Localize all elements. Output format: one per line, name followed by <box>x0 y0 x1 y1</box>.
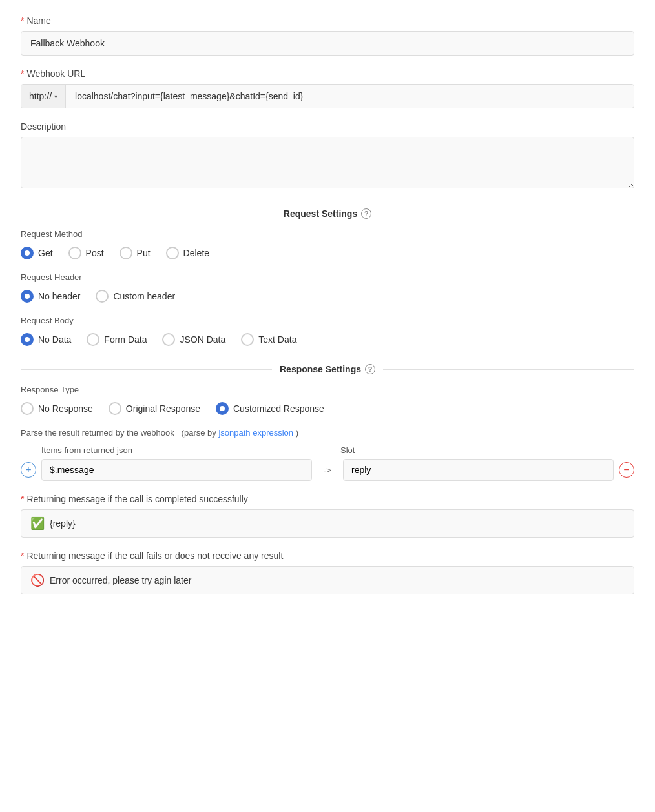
returning-fail-required: * <box>21 551 24 561</box>
parse-by-text: (parse by <box>182 428 216 438</box>
request-body-group: No Data Form Data JSON Data Text Data <box>21 333 634 346</box>
remove-col-spacer <box>614 445 634 455</box>
returning-success-label: * Returning message if the call is compl… <box>21 494 634 504</box>
method-put-radio[interactable] <box>120 247 132 259</box>
method-delete-label: Delete <box>183 248 209 258</box>
name-input[interactable] <box>21 31 634 56</box>
chevron-down-icon: ▾ <box>54 93 57 100</box>
body-json-data[interactable]: JSON Data <box>162 333 225 346</box>
response-type-section: Response Type No Response Original Respo… <box>21 385 634 415</box>
url-protocol-text: http:// <box>29 91 52 101</box>
response-original-label: Original Response <box>126 403 200 414</box>
response-type-label: Response Type <box>21 385 634 394</box>
items-from-json-header: Items from returned json <box>41 445 309 455</box>
body-json-data-radio[interactable] <box>162 333 175 346</box>
response-customized[interactable]: Customized Response <box>216 402 324 415</box>
body-form-data-label: Form Data <box>104 334 147 345</box>
response-no-response[interactable]: No Response <box>21 402 93 415</box>
request-settings-title: Request Settings ? <box>276 208 379 219</box>
body-form-data-radio[interactable] <box>87 333 99 346</box>
response-original[interactable]: Original Response <box>109 402 200 415</box>
jsonpath-link[interactable]: jsonpath expression <box>218 428 293 438</box>
parse-link-suffix: ) <box>296 428 298 438</box>
response-no-response-radio[interactable] <box>21 402 34 415</box>
header-no-header-radio[interactable] <box>21 290 34 303</box>
description-label: Description <box>21 121 634 132</box>
body-text-data[interactable]: Text Data <box>241 333 296 346</box>
header-no-header-label: No header <box>38 291 80 301</box>
header-custom-radio[interactable] <box>96 290 109 303</box>
webhook-url-label-text: Webhook URL <box>26 68 85 79</box>
response-original-radio[interactable] <box>109 402 121 415</box>
method-put[interactable]: Put <box>120 247 151 259</box>
returning-fail-field: 🚫 <box>21 566 634 594</box>
description-input[interactable] <box>21 137 634 188</box>
returning-fail-input[interactable] <box>50 575 625 585</box>
description-label-text: Description <box>21 121 66 132</box>
request-header-section: Request Header No header Custom header <box>21 272 634 303</box>
response-customized-radio[interactable] <box>216 402 229 415</box>
parse-description: Parse the result returned by the webhook… <box>21 428 634 438</box>
request-method-section: Request Method Get Post Put Delete <box>21 229 634 259</box>
name-required-star: * <box>21 15 24 26</box>
description-section: Description <box>21 121 634 190</box>
json-slot-input[interactable] <box>343 459 614 481</box>
request-settings-help-icon[interactable]: ? <box>361 208 371 219</box>
arrow-header <box>315 445 335 455</box>
returning-success-section: * Returning message if the call is compl… <box>21 494 634 538</box>
response-settings-title: Response Settings ? <box>272 364 383 374</box>
json-row: + -> − <box>21 459 634 481</box>
request-settings-title-wrapper: Request Settings ? <box>21 208 634 219</box>
webhook-required-star: * <box>21 68 24 79</box>
body-form-data[interactable]: Form Data <box>87 333 147 346</box>
header-custom-label: Custom header <box>113 291 175 301</box>
response-settings-divider: Response Settings ? <box>21 364 634 374</box>
url-path-input[interactable] <box>66 85 634 108</box>
webhook-url-section: * Webhook URL http:// ▾ <box>21 68 634 108</box>
returning-fail-label: * Returning message if the call fails or… <box>21 551 634 561</box>
request-header-group: No header Custom header <box>21 290 634 303</box>
arrow-label: -> <box>317 465 338 475</box>
method-delete-radio[interactable] <box>166 247 179 259</box>
error-circle-icon: 🚫 <box>30 573 45 587</box>
request-method-label: Request Method <box>21 229 634 239</box>
name-label: * Name <box>21 15 634 26</box>
returning-success-required: * <box>21 494 24 504</box>
returning-fail-section: * Returning message if the call fails or… <box>21 551 634 594</box>
returning-success-field: ✅ <box>21 509 634 538</box>
method-get[interactable]: Get <box>21 247 53 259</box>
returning-success-label-text: Returning message if the call is complet… <box>26 494 247 504</box>
method-delete[interactable]: Delete <box>166 247 209 259</box>
body-no-data[interactable]: No Data <box>21 333 71 346</box>
slot-header: Slot <box>340 445 608 455</box>
method-post[interactable]: Post <box>68 247 104 259</box>
request-method-group: Get Post Put Delete <box>21 247 634 259</box>
response-customized-label: Customized Response <box>233 403 324 414</box>
response-settings-title-wrapper: Response Settings ? <box>21 364 634 374</box>
add-json-row-button[interactable]: + <box>21 462 36 478</box>
header-custom[interactable]: Custom header <box>96 290 175 303</box>
body-text-data-radio[interactable] <box>241 333 254 346</box>
json-items-input[interactable] <box>41 459 312 481</box>
request-settings-divider: Request Settings ? <box>21 208 634 219</box>
body-text-data-label: Text Data <box>258 334 296 345</box>
body-no-data-radio[interactable] <box>21 333 34 346</box>
request-body-label: Request Body <box>21 316 634 325</box>
method-post-radio[interactable] <box>68 247 81 259</box>
response-settings-help-icon[interactable]: ? <box>365 364 375 374</box>
returning-success-input[interactable] <box>50 518 625 529</box>
request-header-label: Request Header <box>21 272 634 282</box>
name-section: * Name <box>21 15 634 56</box>
method-get-radio[interactable] <box>21 247 34 259</box>
url-protocol-selector[interactable]: http:// ▾ <box>21 85 66 108</box>
webhook-url-row: http:// ▾ <box>21 84 634 108</box>
remove-json-row-button[interactable]: − <box>619 462 634 478</box>
webhook-url-label: * Webhook URL <box>21 68 634 79</box>
response-no-response-label: No Response <box>38 403 93 414</box>
method-put-label: Put <box>137 248 151 258</box>
response-settings-title-text: Response Settings <box>280 364 361 374</box>
parse-section: Parse the result returned by the webhook… <box>21 428 634 481</box>
header-no-header[interactable]: No header <box>21 290 80 303</box>
response-type-group: No Response Original Response Customized… <box>21 402 634 415</box>
method-get-label: Get <box>38 248 53 258</box>
